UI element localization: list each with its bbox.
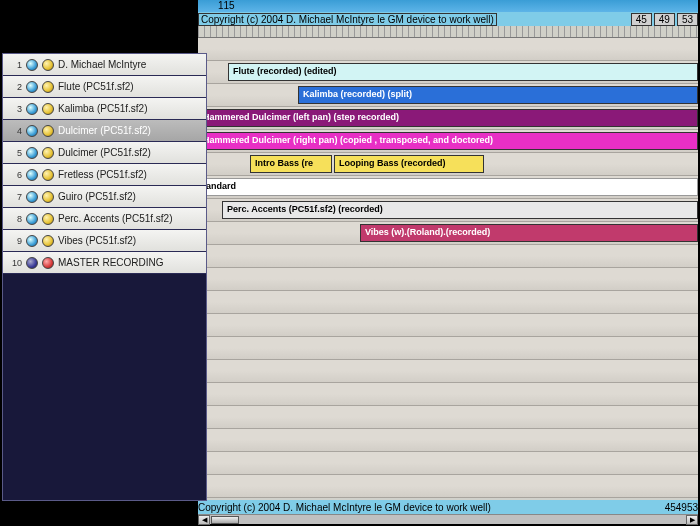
marker-num[interactable]: 49 [676,502,687,513]
track-lane[interactable]: Perc. Accents (PC51f.sf2) (recorded) [198,199,698,222]
track-lane[interactable] [198,314,698,337]
record-orb-icon[interactable] [42,147,54,159]
track-lane[interactable] [198,38,698,61]
tempo-ruler[interactable]: 115 [198,0,698,12]
arrangement-canvas[interactable]: Flute (recorded) (edited) Kalimba (recor… [198,38,698,498]
mute-orb-icon[interactable] [26,103,38,115]
track-row[interactable]: 2Flute (PC51f.sf2) [3,76,206,98]
track-row[interactable]: 8Perc. Accents (PC51f.sf2) [3,208,206,230]
mute-orb-icon[interactable] [26,125,38,137]
track-lane[interactable] [198,291,698,314]
scroll-track[interactable] [240,515,686,524]
track-lane[interactable]: Intro Bass (re Looping Bass (recorded) [198,153,698,176]
track-lane[interactable] [198,360,698,383]
marker-num[interactable]: 45 [665,502,676,513]
mute-orb-icon[interactable] [26,257,38,269]
track-number: 6 [6,170,22,180]
track-row[interactable]: 4Dulcimer (PC51f.sf2) [3,120,206,142]
record-orb-icon[interactable] [42,191,54,203]
track-lane[interactable]: Flute (recorded) (edited) [198,61,698,84]
track-name-label[interactable]: Perc. Accents (PC51f.sf2) [58,213,203,224]
track-name-label[interactable]: Dulcimer (PC51f.sf2) [58,147,203,158]
marker-text[interactable]: Copyright (c) 2004 D. Michael McIntyre l… [198,13,497,26]
track-name-label[interactable]: Vibes (PC51f.sf2) [58,235,203,246]
track-lane[interactable] [198,245,698,268]
track-row[interactable]: 9Vibes (PC51f.sf2) [3,230,206,252]
track-list-empty-area [3,274,206,500]
track-lane[interactable] [198,475,698,498]
track-number: 1 [6,60,22,70]
segment-looping-bass[interactable]: Looping Bass (recorded) [334,155,484,173]
marker-text[interactable]: Copyright (c) 2004 D. Michael McIntyre l… [198,502,491,513]
track-number: 10 [6,258,22,268]
track-row[interactable]: 7Guiro (PC51f.sf2) [3,186,206,208]
record-orb-icon[interactable] [42,81,54,93]
marker-num[interactable]: 53 [677,13,698,26]
segment-dulcimer-left[interactable]: Hammered Dulcimer (left pan) (step recor… [198,109,698,127]
record-orb-icon[interactable] [42,59,54,71]
time-ruler[interactable] [198,26,698,38]
horizontal-scrollbar[interactable]: ◀ ▶ [198,514,698,524]
track-name-label[interactable]: Fretless (PC51f.sf2) [58,169,203,180]
track-list-panel: 1D. Michael McIntyre2Flute (PC51f.sf2)3K… [2,53,207,501]
track-number: 7 [6,192,22,202]
marker-num[interactable]: 45 [631,13,652,26]
track-lane[interactable] [198,452,698,475]
track-row[interactable]: 10MASTER RECORDING [3,252,206,274]
scroll-right-button[interactable]: ▶ [686,515,698,525]
track-lane[interactable] [198,268,698,291]
track-name-label[interactable]: Guiro (PC51f.sf2) [58,191,203,202]
arrangement-area: 115 Copyright (c) 2004 D. Michael McInty… [198,0,698,524]
track-lane[interactable]: Vibes (w).(Roland).(recorded) [198,222,698,245]
track-lane[interactable] [198,429,698,452]
track-lane[interactable]: Kalimba (recorded) (split) [198,84,698,107]
track-number: 5 [6,148,22,158]
track-lane[interactable]: tandard [198,176,698,199]
track-row[interactable]: 1D. Michael McIntyre [3,54,206,76]
mute-orb-icon[interactable] [26,169,38,181]
mute-orb-icon[interactable] [26,213,38,225]
track-name-label[interactable]: Flute (PC51f.sf2) [58,81,203,92]
mute-orb-icon[interactable] [26,191,38,203]
track-number: 4 [6,126,22,136]
track-name-label[interactable]: MASTER RECORDING [58,257,203,268]
segment-perc[interactable]: Perc. Accents (PC51f.sf2) (recorded) [222,201,698,219]
track-row[interactable]: 3Kalimba (PC51f.sf2) [3,98,206,120]
track-row[interactable]: 6Fretless (PC51f.sf2) [3,164,206,186]
mute-orb-icon[interactable] [26,59,38,71]
track-name-label[interactable]: Dulcimer (PC51f.sf2) [58,125,203,136]
scroll-thumb[interactable] [211,516,239,524]
record-orb-icon[interactable] [42,235,54,247]
track-lane[interactable]: Hammered Dulcimer (left pan) (step recor… [198,107,698,130]
record-orb-icon[interactable] [42,169,54,181]
track-name-label[interactable]: D. Michael McIntyre [58,59,203,70]
track-number: 8 [6,214,22,224]
marker-num[interactable]: 49 [654,13,675,26]
track-lane[interactable] [198,406,698,429]
segment-intro-bass[interactable]: Intro Bass (re [250,155,332,173]
track-row[interactable]: 5Dulcimer (PC51f.sf2) [3,142,206,164]
record-orb-icon[interactable] [42,103,54,115]
mute-orb-icon[interactable] [26,147,38,159]
record-orb-icon[interactable] [42,125,54,137]
track-name-label[interactable]: Kalimba (PC51f.sf2) [58,103,203,114]
marker-ruler-top[interactable]: Copyright (c) 2004 D. Michael McIntyre l… [198,12,698,26]
tempo-value: 115 [218,0,235,11]
track-number: 2 [6,82,22,92]
track-lane[interactable]: Hammered Dulcimer (right pan) (copied , … [198,130,698,153]
segment-dulcimer-right[interactable]: Hammered Dulcimer (right pan) (copied , … [198,132,698,150]
scroll-left-button[interactable]: ◀ [198,515,210,525]
segment-flute[interactable]: Flute (recorded) (edited) [228,63,698,81]
segment-kalimba[interactable]: Kalimba (recorded) (split) [298,86,698,104]
record-orb-icon[interactable] [42,257,54,269]
track-lane[interactable] [198,383,698,406]
mute-orb-icon[interactable] [26,235,38,247]
record-orb-icon[interactable] [42,213,54,225]
track-lane[interactable] [198,337,698,360]
segment-vibes[interactable]: Vibes (w).(Roland).(recorded) [360,224,698,242]
marker-num[interactable]: 53 [687,502,698,513]
mute-orb-icon[interactable] [26,81,38,93]
marker-ruler-bottom[interactable]: Copyright (c) 2004 D. Michael McIntyre l… [198,500,698,514]
segment-standard[interactable]: tandard [198,178,698,196]
track-number: 3 [6,104,22,114]
